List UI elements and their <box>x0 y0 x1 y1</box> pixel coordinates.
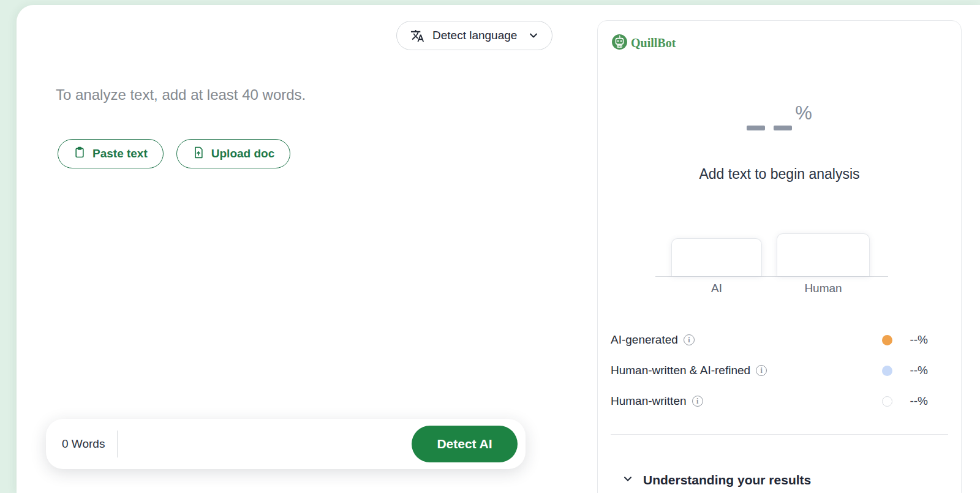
word-count-divider <box>117 431 118 457</box>
understanding-results-toggle[interactable]: Understanding your results <box>622 473 811 487</box>
editor-actions: Paste text Upload doc <box>58 139 290 168</box>
results-status-message: Add text to begin analysis <box>598 166 961 183</box>
legend-row-ai-refined: Human-written & AI-refined i --% <box>611 355 928 386</box>
score-placeholder-dashes <box>747 126 792 137</box>
upload-doc-button[interactable]: Upload doc <box>176 139 290 168</box>
legend-value: --% <box>892 364 928 377</box>
legend-row-human-written: Human-written i --% <box>611 386 928 416</box>
results-legend: AI-generated i --% Human-written & AI-re… <box>611 325 928 416</box>
legend-dot-refined <box>882 366 892 376</box>
ai-score-display: % <box>598 102 961 137</box>
understanding-results-label: Understanding your results <box>643 473 811 487</box>
language-selector-label: Detect language <box>432 29 517 42</box>
bar-label-human: Human <box>777 282 870 295</box>
legend-label: Human-written & AI-refined <box>611 364 750 377</box>
ai-human-bar-chart: AI Human <box>655 232 888 298</box>
language-selector[interactable]: Detect language <box>396 21 552 50</box>
legend-row-ai-generated: AI-generated i --% <box>611 325 928 355</box>
results-panel: QuillBot % Add text to begin analysis AI… <box>597 20 962 493</box>
bar-ai <box>671 238 762 276</box>
legend-dot-ai <box>882 335 892 345</box>
quillbot-logo-icon <box>612 34 627 52</box>
score-percent-sign: % <box>795 102 812 124</box>
legend-dot-human <box>882 396 892 407</box>
bar-label-ai: AI <box>671 282 762 295</box>
upload-doc-icon <box>192 146 205 162</box>
editor-placeholder: To analyze text, add at least 40 words. <box>56 86 306 103</box>
paste-text-button[interactable]: Paste text <box>58 139 164 168</box>
editor-canvas: Detect language To analyze text, add at … <box>17 5 980 493</box>
bar-human <box>777 233 870 276</box>
info-icon[interactable]: i <box>692 396 703 407</box>
translate-icon <box>410 29 424 43</box>
chart-axis-labels: AI Human <box>655 277 888 298</box>
clipboard-icon <box>74 146 86 162</box>
chevron-down-icon <box>622 473 633 487</box>
quillbot-brand: QuillBot <box>612 34 676 52</box>
upload-doc-label: Upload doc <box>211 147 274 160</box>
info-icon[interactable]: i <box>756 365 767 376</box>
word-count: 0 Words <box>62 437 105 451</box>
results-divider <box>611 434 948 435</box>
info-icon[interactable]: i <box>684 334 695 345</box>
chevron-down-icon <box>529 31 538 40</box>
detect-ai-button[interactable]: Detect AI <box>412 426 518 462</box>
editor-bottom-bar: 0 Words Detect AI <box>46 419 526 469</box>
legend-value: --% <box>892 394 928 408</box>
paste-text-label: Paste text <box>92 147 148 160</box>
legend-label: Human-written <box>611 394 687 408</box>
legend-label: AI-generated <box>611 333 678 347</box>
chart-plot-area <box>655 232 888 277</box>
quillbot-wordmark: QuillBot <box>631 36 676 50</box>
legend-value: --% <box>892 333 928 347</box>
